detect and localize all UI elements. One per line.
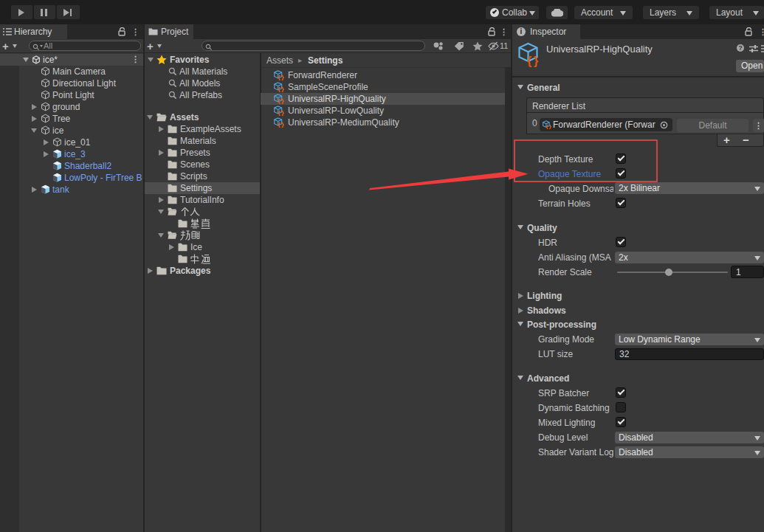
svg-text:{: { [527,55,531,67]
svg-text:}: } [534,55,538,67]
